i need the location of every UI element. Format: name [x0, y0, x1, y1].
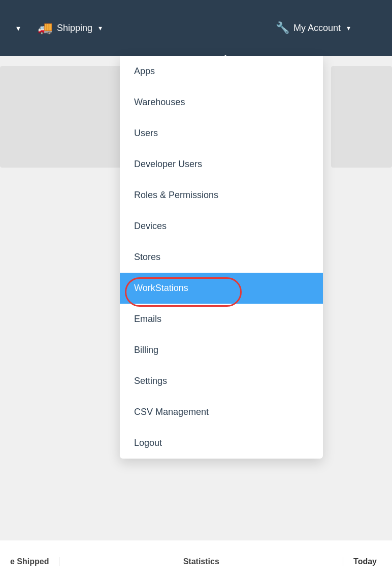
menu-item-users[interactable]: Users: [120, 118, 323, 149]
menu-item-roles-permissions[interactable]: Roles & Permissions: [120, 180, 323, 211]
dropdown-menu: AppsWarehousesUsersDeveloper UsersRoles …: [120, 56, 323, 459]
dropdown-arrow: [218, 55, 233, 62]
menu-item-workstations[interactable]: WorkStations: [120, 273, 323, 304]
my-account-chevron-icon: ▾: [347, 24, 350, 32]
nav-shipping[interactable]: 🚚 Shipping ▾: [31, 17, 108, 39]
bottom-col-today: Today: [343, 557, 392, 566]
wrench-icon: 🔧: [276, 21, 289, 35]
nav-dropdown-left[interactable]: ▾: [10, 19, 26, 37]
menu-item-logout[interactable]: Logout: [120, 428, 323, 459]
shipping-label: Shipping: [57, 23, 92, 34]
menu-item-emails[interactable]: Emails: [120, 304, 323, 335]
navbar: ▾ 🚚 Shipping ▾ 🔧 My Account ▾: [0, 0, 392, 56]
shipping-icon: 🚚: [38, 21, 53, 35]
bottom-col-shipped: e Shipped: [0, 557, 59, 566]
bg-block-right: [331, 66, 392, 168]
bottom-col-statistics: Statistics: [59, 557, 343, 566]
menu-item-warehouses[interactable]: Warehouses: [120, 87, 323, 118]
nav-my-account[interactable]: 🔧 My Account ▾: [270, 17, 356, 39]
menu-item-settings[interactable]: Settings: [120, 366, 323, 397]
menu-item-developer-users[interactable]: Developer Users: [120, 149, 323, 180]
bottom-bar: e Shipped Statistics Today: [0, 540, 392, 583]
shipping-chevron-icon: ▾: [99, 24, 102, 32]
menu-item-devices[interactable]: Devices: [120, 211, 323, 242]
menu-item-stores[interactable]: Stores: [120, 242, 323, 273]
bg-block-left: [0, 66, 122, 168]
my-account-label: My Account: [293, 23, 341, 34]
menu-item-billing[interactable]: Billing: [120, 335, 323, 366]
chevron-down-icon: ▾: [16, 23, 20, 33]
menu-item-csv-management[interactable]: CSV Management: [120, 397, 323, 428]
